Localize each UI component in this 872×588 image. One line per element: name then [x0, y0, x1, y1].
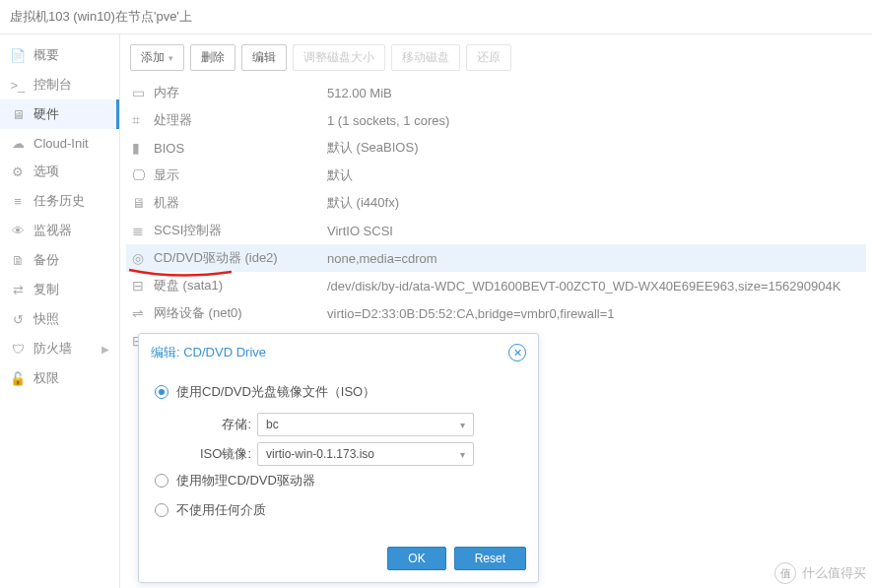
- radio-none[interactable]: 不使用任何介质: [155, 501, 522, 519]
- radio-iso[interactable]: 使用CD/DVD光盘镜像文件（ISO）: [155, 383, 522, 401]
- table-row[interactable]: ◎CD/DVD驱动器 (ide2)none,media=cdrom: [126, 244, 866, 272]
- gear-icon: ⚙: [10, 163, 26, 179]
- row-name: 显示: [154, 166, 327, 184]
- cd-icon: ◎: [132, 250, 154, 266]
- sidebar-item-monitor[interactable]: 👁监视器: [0, 216, 119, 245]
- close-icon[interactable]: ✕: [508, 344, 526, 361]
- iso-select[interactable]: virtio-win-0.1.173.iso▾: [257, 442, 474, 466]
- sidebar-item-label: 硬件: [34, 105, 59, 123]
- edit-dialog: 编辑: CD/DVD Drive ✕ 使用CD/DVD光盘镜像文件（ISO） 存…: [138, 333, 539, 583]
- row-value: 512.00 MiB: [327, 86, 860, 100]
- table-row[interactable]: ⇌网络设备 (net0)virtio=D2:33:0B:D5:52:CA,bri…: [126, 299, 866, 327]
- toolbar: 添加▾ 删除 编辑 调整磁盘大小 移动磁盘 还原: [126, 40, 866, 79]
- table-row[interactable]: 🖵显示默认: [126, 162, 866, 189]
- move-button[interactable]: 移动磁盘: [391, 44, 460, 71]
- row-value: 默认 (i440fx): [327, 194, 860, 212]
- row-value: /dev/disk/by-id/ata-WDC_WD1600BEVT-00ZCT…: [327, 279, 860, 294]
- sidebar-item-replication[interactable]: ⇄复制: [0, 275, 119, 304]
- scsi-icon: ≣: [132, 223, 154, 238]
- sidebar-item-tasks[interactable]: ≡任务历史: [0, 186, 119, 216]
- row-name: BIOS: [154, 141, 327, 156]
- iso-row: ISO镜像: virtio-win-0.1.173.iso▾: [155, 442, 522, 466]
- radio-icon: [155, 474, 168, 488]
- reset-button[interactable]: Reset: [454, 547, 526, 570]
- row-value: VirtIO SCSI: [327, 224, 860, 238]
- dialog-header: 编辑: CD/DVD Drive ✕: [139, 334, 538, 367]
- row-name: SCSI控制器: [154, 222, 327, 239]
- row-name: 网络设备 (net0): [154, 304, 327, 322]
- sidebar-item-backup[interactable]: 🗎备份: [0, 245, 119, 275]
- sidebar-item-label: 备份: [34, 251, 59, 269]
- cloud-icon: ☁: [10, 135, 26, 151]
- table-row[interactable]: ≣SCSI控制器VirtIO SCSI: [126, 217, 866, 244]
- display-icon: 🖵: [132, 167, 154, 183]
- storage-label: 存储:: [155, 416, 257, 433]
- sidebar-item-label: 快照: [34, 310, 59, 328]
- row-value: virtio=D2:33:0B:D5:52:CA,bridge=vmbr0,fi…: [327, 306, 860, 321]
- sidebar: 📄概要 >_控制台 🖥硬件 ☁Cloud-Init ⚙选项 ≡任务历史 👁监视器…: [0, 34, 120, 588]
- row-name: 处理器: [154, 111, 327, 129]
- row-name: CD/DVD驱动器 (ide2): [154, 249, 327, 267]
- iso-label: ISO镜像:: [155, 445, 257, 463]
- sidebar-item-firewall[interactable]: 🛡防火墙▶: [0, 334, 119, 363]
- sidebar-item-label: 选项: [34, 163, 59, 180]
- radio-label: 不使用任何介质: [176, 501, 266, 519]
- sidebar-item-snapshot[interactable]: ↺快照: [0, 304, 119, 334]
- table-row[interactable]: ⊟硬盘 (sata1)/dev/disk/by-id/ata-WDC_WD160…: [126, 272, 866, 299]
- machine-icon: 🖥: [132, 195, 154, 211]
- chevron-down-icon: ▾: [168, 53, 173, 63]
- sidebar-item-hardware[interactable]: 🖥硬件: [0, 99, 119, 129]
- sidebar-item-cloudinit[interactable]: ☁Cloud-Init: [0, 129, 119, 157]
- sidebar-item-label: Cloud-Init: [34, 136, 89, 151]
- storage-select[interactable]: bc▾: [257, 413, 474, 436]
- sync-icon: ⇄: [10, 282, 26, 297]
- console-icon: >_: [10, 77, 26, 93]
- bios-icon: ▮: [132, 140, 154, 156]
- row-value: 默认: [327, 166, 860, 184]
- row-value: 1 (1 sockets, 1 cores): [327, 113, 860, 128]
- sidebar-item-label: 概要: [34, 46, 59, 64]
- chevron-right-icon: ▶: [101, 344, 109, 355]
- sidebar-item-console[interactable]: >_控制台: [0, 70, 119, 99]
- backup-icon: 🗎: [10, 252, 26, 268]
- sidebar-item-label: 任务历史: [34, 192, 85, 210]
- sidebar-item-summary[interactable]: 📄概要: [0, 40, 119, 70]
- storage-row: 存储: bc▾: [155, 413, 522, 436]
- sidebar-item-label: 权限: [34, 369, 59, 387]
- sidebar-item-options[interactable]: ⚙选项: [0, 157, 119, 186]
- history-icon: ↺: [10, 311, 26, 327]
- radio-icon: [155, 385, 168, 399]
- table-row[interactable]: 🖥机器默认 (i440fx): [126, 189, 866, 217]
- ok-button[interactable]: OK: [387, 547, 445, 570]
- chevron-down-icon: ▾: [460, 449, 465, 460]
- dialog-footer: OK Reset: [139, 537, 538, 582]
- sidebar-item-permissions[interactable]: 🔓权限: [0, 363, 119, 393]
- hardware-icon: 🖥: [10, 106, 26, 122]
- row-name: 机器: [154, 194, 327, 212]
- table-row[interactable]: ▭内存512.00 MiB: [126, 79, 866, 106]
- add-button[interactable]: 添加▾: [130, 44, 184, 71]
- radio-label: 使用物理CD/DVD驱动器: [176, 472, 315, 490]
- memory-icon: ▭: [132, 85, 154, 100]
- cpu-icon: ⌗: [132, 112, 154, 129]
- radio-icon: [155, 503, 168, 517]
- row-value: none,media=cdrom: [327, 251, 860, 266]
- lock-icon: 🔓: [10, 370, 26, 386]
- dialog-title: 编辑: CD/DVD Drive: [151, 344, 266, 361]
- sidebar-item-label: 控制台: [34, 76, 72, 94]
- sidebar-item-label: 防火墙: [34, 340, 72, 358]
- remove-button[interactable]: 删除: [190, 44, 235, 71]
- dialog-body: 使用CD/DVD光盘镜像文件（ISO） 存储: bc▾ ISO镜像: virti…: [139, 367, 538, 537]
- resize-button[interactable]: 调整磁盘大小: [293, 44, 385, 71]
- shield-icon: 🛡: [10, 341, 26, 357]
- disk-icon: ⊟: [132, 278, 154, 294]
- summary-icon: 📄: [10, 47, 26, 63]
- edit-button[interactable]: 编辑: [241, 44, 287, 71]
- network-icon: ⇌: [132, 305, 154, 321]
- row-value: 默认 (SeaBIOS): [327, 139, 860, 157]
- hardware-table: ▭内存512.00 MiB ⌗处理器1 (1 sockets, 1 cores)…: [126, 79, 866, 355]
- table-row[interactable]: ⌗处理器1 (1 sockets, 1 cores): [126, 106, 866, 134]
- table-row[interactable]: ▮BIOS默认 (SeaBIOS): [126, 134, 866, 162]
- revert-button[interactable]: 还原: [466, 44, 511, 71]
- radio-physical[interactable]: 使用物理CD/DVD驱动器: [155, 472, 522, 490]
